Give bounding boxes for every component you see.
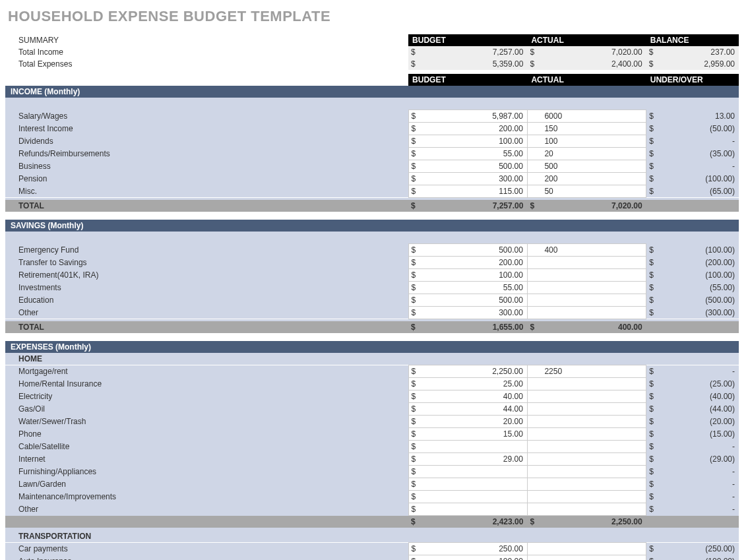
actual-cell[interactable]: 50 [540, 185, 646, 197]
actual-cell-sym [527, 185, 540, 197]
actual-cell[interactable] [540, 555, 646, 561]
actual-cell[interactable] [540, 281, 646, 294]
actual-cell[interactable] [540, 491, 646, 503]
actual-cell-sym [527, 390, 540, 403]
currency-sym: $ [646, 478, 660, 491]
row-label: Dividends [5, 135, 408, 147]
budget-cell[interactable]: 100.00 [422, 135, 527, 147]
budget-cell[interactable]: 25.00 [422, 378, 527, 390]
actual-cell-sym [527, 478, 540, 491]
actual-cell[interactable]: 500 [540, 160, 646, 172]
underover-cell: - [660, 478, 739, 491]
budget-cell[interactable]: 300.00 [422, 306, 527, 319]
underover-cell: (25.00) [660, 378, 739, 390]
actual-cell[interactable]: 6000 [540, 109, 646, 122]
underover-cell: 13.00 [660, 109, 739, 122]
actual-cell-sym [527, 441, 540, 453]
budget-cell[interactable]: 500.00 [422, 243, 527, 256]
actual-cell-sym [527, 428, 540, 441]
underover-cell: (35.00) [660, 147, 739, 160]
row-label: Refunds/Reimbursements [5, 147, 408, 160]
actual-cell[interactable] [540, 403, 646, 416]
actual-cell[interactable] [540, 268, 646, 281]
budget-cell[interactable] [422, 441, 527, 453]
budget-cell[interactable]: 100.00 [422, 555, 527, 561]
currency-sym: $ [408, 172, 422, 185]
row-label: Education [5, 294, 408, 306]
currency-sym: $ [408, 491, 422, 503]
budget-cell[interactable]: 15.00 [422, 428, 527, 441]
budget-cell[interactable]: 44.00 [422, 403, 527, 416]
col-header-budget: BUDGET [408, 34, 527, 46]
actual-cell[interactable] [540, 466, 646, 478]
row-label: Transfer to Savings [5, 256, 408, 268]
summary-budget: 7,257.00 [422, 46, 527, 58]
budget-cell[interactable]: 200.00 [422, 122, 527, 135]
col-header-actual-2: ACTUAL [527, 74, 646, 86]
actual-cell[interactable]: 150 [540, 122, 646, 135]
budget-cell[interactable]: 250.00 [422, 543, 527, 555]
summary-budget: 5,359.00 [422, 58, 527, 70]
currency-sym: $ [646, 543, 660, 555]
actual-cell[interactable] [540, 306, 646, 319]
currency-sym: $ [646, 466, 660, 478]
section-header: SAVINGS (Monthly) [5, 220, 739, 232]
budget-cell[interactable]: 200.00 [422, 256, 527, 268]
actual-cell-sym [527, 109, 540, 122]
actual-cell[interactable] [540, 428, 646, 441]
actual-cell[interactable]: 20 [540, 147, 646, 160]
row-label: Phone [5, 428, 408, 441]
actual-cell[interactable] [540, 390, 646, 403]
summary-row-label: Total Income [5, 46, 408, 58]
actual-cell[interactable] [540, 543, 646, 555]
actual-cell[interactable] [540, 441, 646, 453]
budget-grid: SUMMARYBUDGETACTUALBALANCETotal Income$7… [5, 34, 739, 560]
budget-cell[interactable] [422, 491, 527, 503]
actual-cell-sym [527, 378, 540, 390]
currency-sym: $ [646, 453, 660, 466]
currency-sym: $ [408, 200, 422, 212]
underover-cell: (500.00) [660, 294, 739, 306]
budget-cell[interactable]: 5,987.00 [422, 109, 527, 122]
budget-cell[interactable]: 2,250.00 [422, 365, 527, 378]
budget-cell[interactable]: 100.00 [422, 268, 527, 281]
row-label: Mortgage/rent [5, 365, 408, 378]
currency-sym: $ [408, 516, 422, 528]
section-total-budget: 1,655.00 [422, 321, 527, 333]
actual-cell[interactable]: 2250 [540, 365, 646, 378]
currency-sym: $ [408, 441, 422, 453]
section-total-budget: 7,257.00 [422, 200, 527, 212]
actual-cell[interactable] [540, 453, 646, 466]
budget-cell[interactable]: 20.00 [422, 416, 527, 428]
row-label: Internet [5, 453, 408, 466]
currency-sym: $ [646, 491, 660, 503]
underover-cell: (44.00) [660, 403, 739, 416]
actual-cell[interactable]: 100 [540, 135, 646, 147]
col-header-budget-2: BUDGET [408, 74, 527, 86]
budget-cell[interactable]: 300.00 [422, 172, 527, 185]
actual-cell[interactable] [540, 503, 646, 516]
budget-cell[interactable]: 115.00 [422, 185, 527, 197]
section-header: EXPENSES (Monthly) [5, 341, 739, 353]
budget-cell[interactable]: 29.00 [422, 453, 527, 466]
budget-cell[interactable] [422, 466, 527, 478]
budget-cell[interactable]: 500.00 [422, 160, 527, 172]
actual-cell[interactable] [540, 416, 646, 428]
budget-cell[interactable] [422, 503, 527, 516]
actual-cell[interactable] [540, 378, 646, 390]
actual-cell[interactable]: 400 [540, 243, 646, 256]
actual-cell-sym [527, 555, 540, 561]
actual-cell[interactable] [540, 294, 646, 306]
budget-cell[interactable] [422, 478, 527, 491]
underover-cell: (65.00) [660, 185, 739, 197]
budget-cell[interactable]: 55.00 [422, 281, 527, 294]
budget-cell[interactable]: 500.00 [422, 294, 527, 306]
underover-cell: (50.00) [660, 122, 739, 135]
currency-sym: $ [408, 109, 422, 122]
budget-cell[interactable]: 55.00 [422, 147, 527, 160]
budget-cell[interactable]: 40.00 [422, 390, 527, 403]
actual-cell[interactable] [540, 256, 646, 268]
actual-cell[interactable]: 200 [540, 172, 646, 185]
actual-cell[interactable] [540, 478, 646, 491]
summary-actual: 2,400.00 [540, 58, 646, 70]
